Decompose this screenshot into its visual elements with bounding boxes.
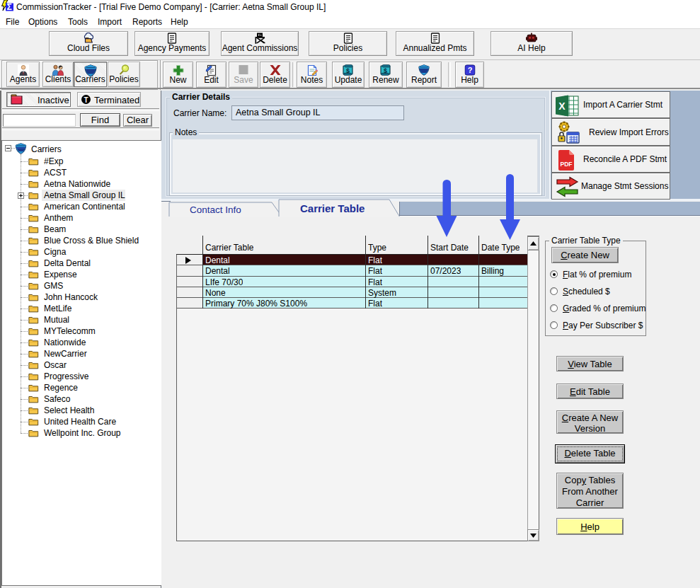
svg-text:?: ? [467,66,472,74]
svg-text:$: $ [346,67,350,74]
svg-text:PDF: PDF [561,161,573,168]
svg-text:X: X [558,100,566,112]
svg-text:T: T [84,96,88,104]
svg-text:$: $ [384,67,387,74]
svg-text:Σ: Σ [6,2,11,12]
